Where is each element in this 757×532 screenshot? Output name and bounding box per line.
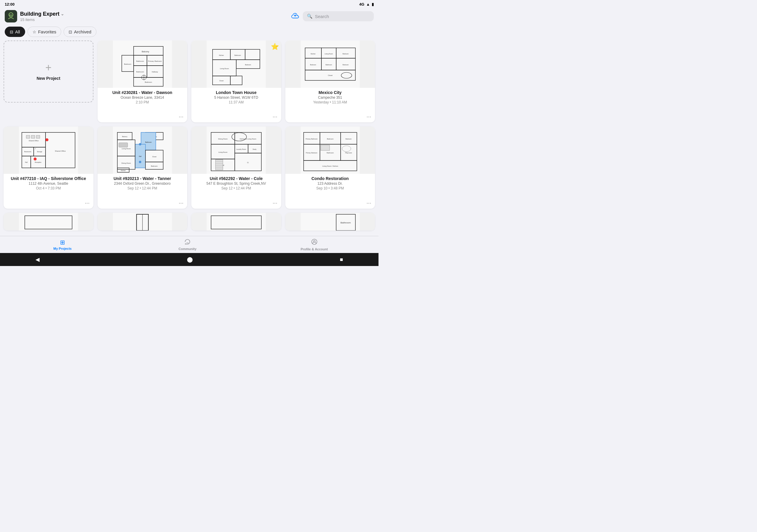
recent-button[interactable]: ■ xyxy=(340,256,343,263)
card-title: Unit #230281 - Water - Dawson xyxy=(101,90,185,95)
app-logo: BE xyxy=(5,10,17,22)
title-chevron: ⌄ xyxy=(61,12,64,16)
project-card[interactable]: Bathroom xyxy=(285,213,375,230)
card-more-btn[interactable]: ··· xyxy=(366,114,373,120)
card-address: 5 Hanson Street, W1W 6TD xyxy=(194,96,278,100)
card-more-btn[interactable]: ··· xyxy=(84,200,91,206)
tab-all[interactable]: ⊟ All xyxy=(5,27,25,37)
new-project-label: New Project xyxy=(37,76,60,81)
svg-text:Reception: Reception xyxy=(35,162,42,163)
svg-text:Bathroom: Bathroom xyxy=(340,222,351,224)
card-thumbnail: Kitchen Bathroom Living Room Bedroom Clo… xyxy=(191,41,281,88)
svg-text:Bedroom: Bedroom xyxy=(124,63,131,65)
svg-text:Hall: Hall xyxy=(25,162,27,163)
filter-tabs: ⊟ All ☆ Favorites ⊡ Archived xyxy=(0,25,378,41)
card-time: Sep 10 • 3:48 PM xyxy=(288,186,372,190)
svg-text:Cl.: Cl. xyxy=(247,162,249,163)
tab-archived-label: Archived xyxy=(74,29,91,34)
card-more-btn[interactable]: ··· xyxy=(178,200,185,206)
card-thumbnail: Primary Bathroom Bedroom Bedroom Primary… xyxy=(285,127,375,174)
svg-text:Closet: Closet xyxy=(328,74,332,76)
project-card[interactable] xyxy=(191,213,281,230)
svg-text:Primary Bedroom: Primary Bedroom xyxy=(306,152,317,154)
card-thumbnail: Bathroom xyxy=(285,213,375,230)
card-info: Mexico City Campeche 351 Yesterday • 11:… xyxy=(285,88,375,108)
project-card[interactable]: Balcony Bathroom Primary Bedroom Bedroom… xyxy=(98,41,188,122)
card-address: 123 Address Dr. xyxy=(288,182,372,186)
project-card[interactable]: Kitchen Bathroom Living Room Bedroom Clo… xyxy=(191,41,281,122)
cloud-button[interactable] xyxy=(291,13,299,20)
card-address: 2344 Oxford Green Dr., Greensboro xyxy=(101,182,185,186)
svg-rect-135 xyxy=(300,213,360,230)
svg-text:Primary Bathroom: Primary Bathroom xyxy=(305,138,317,140)
favorites-tab-icon: ☆ xyxy=(33,30,36,34)
svg-rect-85 xyxy=(119,143,128,147)
project-card[interactable]: Primary Bathroom Bedroom Bedroom Primary… xyxy=(285,127,375,208)
card-more-btn[interactable]: ··· xyxy=(178,114,185,120)
my-projects-icon: ⊞ xyxy=(60,239,65,246)
svg-text:Kitchen: Kitchen xyxy=(311,53,316,55)
svg-text:Primary Bedroom: Primary Bedroom xyxy=(148,60,162,62)
project-card[interactable]: Kitchen Living Room Bedroom Bedroom Bath… xyxy=(285,41,375,122)
svg-text:Laundry Room: Laundry Room xyxy=(236,148,246,150)
svg-point-139 xyxy=(314,240,315,242)
svg-text:Dining Room: Dining Room xyxy=(218,138,228,140)
svg-text:Balcony: Balcony xyxy=(142,50,149,53)
card-thumbnail: Balcony Bathroom Primary Bedroom Bedroom… xyxy=(98,41,188,88)
android-nav-bar: ◀ ⬤ ■ xyxy=(0,253,378,266)
svg-text:Kitchen & Living Room: Kitchen & Living Room xyxy=(240,138,257,140)
card-more-btn[interactable]: ··· xyxy=(271,200,279,206)
svg-text:Bathroom: Bathroom xyxy=(326,152,334,154)
profile-icon xyxy=(311,239,318,247)
new-project-card[interactable]: + New Project xyxy=(4,41,93,103)
card-title: Unit #562292 - Water - Cole xyxy=(194,176,278,181)
card-time: Sep 12 • 12:44 PM xyxy=(101,186,185,190)
card-thumbnail: Kitchen Living Room Bedroom Bedroom Bath… xyxy=(285,41,375,88)
svg-rect-53 xyxy=(31,135,35,138)
card-thumbnail xyxy=(191,213,281,230)
search-bar[interactable]: 🔍 Search xyxy=(303,11,374,21)
project-card[interactable]: Dining Room Kitchen & Living Room Living… xyxy=(191,127,281,208)
svg-text:Bedroom: Bedroom xyxy=(343,53,348,55)
svg-text:Restrooms: Restrooms xyxy=(24,151,32,153)
home-button[interactable]: ⬤ xyxy=(187,256,193,263)
svg-text:Shared Office: Shared Office xyxy=(29,140,39,142)
card-title: Unit #920213 - Water - Tanner xyxy=(101,176,185,181)
network-indicator: 4G xyxy=(359,2,364,7)
project-card[interactable]: Balcony Balcony Bathroom Hall Living Roo… xyxy=(98,127,188,208)
favorite-star-icon: ⭐ xyxy=(271,43,279,50)
card-thumbnail: Dining Room Kitchen & Living Room Living… xyxy=(191,127,281,174)
project-card[interactable] xyxy=(98,213,188,230)
header-right: 🔍 Search xyxy=(291,11,374,21)
card-title: Unit #477210 - IAQ - Silverstone Office xyxy=(7,176,90,181)
tab-favorites[interactable]: ☆ Favorites xyxy=(27,27,62,37)
svg-rect-133 xyxy=(207,213,266,230)
card-info: Unit #230281 - Water - Dawson Ocean Bree… xyxy=(98,88,188,108)
back-button[interactable]: ◀ xyxy=(36,256,40,263)
project-card[interactable] xyxy=(4,213,93,230)
app-title[interactable]: Building Expert ⌄ xyxy=(20,11,64,17)
card-more-btn[interactable]: ··· xyxy=(366,200,373,206)
svg-rect-49 xyxy=(19,127,78,174)
header-left: BE Building Expert ⌄ 15 items xyxy=(5,10,64,22)
svg-text:Kitchen: Kitchen xyxy=(219,54,224,56)
card-address: 547 E Broughton St, Spring Creek,NV xyxy=(194,182,278,186)
card-address: Campeche 351 xyxy=(288,96,372,100)
project-grid: + New Project Balcony Bathroom Primary B… xyxy=(0,41,378,245)
all-tab-icon: ⊟ xyxy=(10,30,13,34)
svg-text:Bedroom: Bedroom xyxy=(145,81,152,83)
nav-my-projects[interactable]: ⊞ My Projects xyxy=(50,239,74,250)
header: BE Building Expert ⌄ 15 items 🔍 Search xyxy=(0,8,378,25)
svg-text:Shared Office: Shared Office xyxy=(55,150,66,152)
card-address: Ocean Breeze Lane, 33414 xyxy=(101,96,185,100)
svg-text:Closet: Closet xyxy=(152,156,156,158)
svg-text:Dining Room: Dining Room xyxy=(121,162,131,164)
card-time: Yesterday • 11:10 AM xyxy=(288,100,372,104)
svg-rect-52 xyxy=(26,135,30,138)
nav-community[interactable]: Community xyxy=(176,239,199,251)
tab-archived[interactable]: ⊡ Archived xyxy=(64,27,96,37)
nav-profile[interactable]: Profile & Account xyxy=(301,239,328,251)
card-more-btn[interactable]: ··· xyxy=(271,114,279,120)
project-card[interactable]: Shared Office Restrooms Storage Hall Rec… xyxy=(4,127,93,208)
svg-text:Living Room: Living Room xyxy=(220,68,229,70)
